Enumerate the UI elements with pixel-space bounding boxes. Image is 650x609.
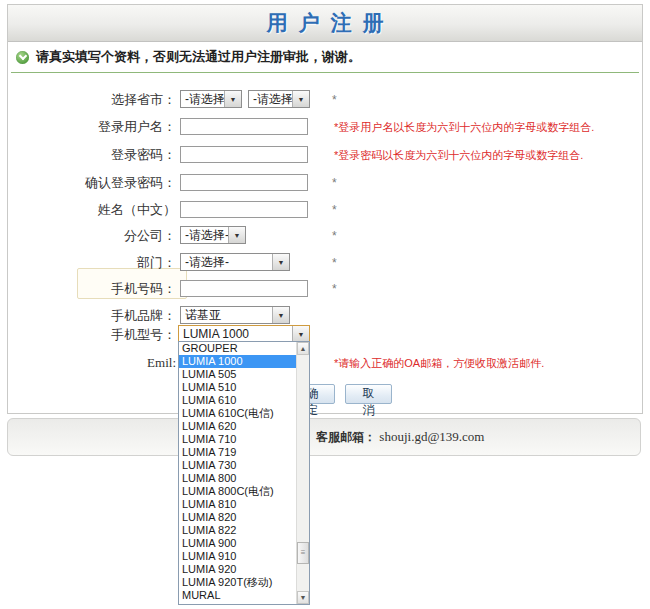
scroll-up-icon[interactable]: ▲ <box>297 342 309 355</box>
province-select[interactable]: -请选择- ▼ <box>180 90 242 108</box>
department-select[interactable]: -请选择- ▼ <box>180 253 290 271</box>
dropdown-option[interactable]: LUMIA 730 <box>179 459 296 472</box>
username-input[interactable] <box>180 118 308 135</box>
province-label: 选择省市： <box>8 90 176 110</box>
fullname-label: 姓名（中文） <box>8 200 176 220</box>
footer-bar: 客服邮箱： shouji.gd@139.com <box>7 418 641 456</box>
scrollbar-thumb[interactable]: ≡ <box>297 542 309 564</box>
dropdown-option[interactable]: LUMIA 822 <box>179 524 296 537</box>
model-dropdown-list: GROUPERLUMIA 1000LUMIA 505LUMIA 510LUMIA… <box>179 342 296 604</box>
dropdown-option[interactable]: LUMIA 920T(移动) <box>179 576 296 589</box>
chevron-down-icon: ▼ <box>292 91 309 107</box>
dropdown-option[interactable]: LUMIA 610C(电信) <box>179 407 296 420</box>
mobile-label: 手机号码： <box>8 279 176 299</box>
green-arrow-icon <box>16 51 29 64</box>
dropdown-option[interactable]: LUMIA 810 <box>179 498 296 511</box>
username-note: *登录用户名以长度为六到十六位内的字母或数字组合. <box>334 117 594 137</box>
province-select-value: -请选择- <box>181 91 224 107</box>
branch-select[interactable]: -请选择- ▼ <box>180 226 246 244</box>
dropdown-option[interactable]: MURAL <box>179 589 296 602</box>
chevron-down-icon: ▼ <box>292 326 309 342</box>
dropdown-option[interactable]: LUMIA 920 <box>179 563 296 576</box>
dropdown-option[interactable]: LUMIA 719 <box>179 446 296 459</box>
dropdown-option[interactable]: LUMIA 1000 <box>179 355 296 368</box>
dropdown-scrollbar[interactable]: ▲ ≡ ▼ <box>296 342 309 604</box>
form-row-username: 登录用户名： *登录用户名以长度为六到十六位内的字母或数字组合. <box>8 117 642 137</box>
chevron-down-icon: ▼ <box>224 91 241 107</box>
dropdown-option[interactable]: LUMIA 800 <box>179 472 296 485</box>
page-title: 用户注册 <box>256 5 395 41</box>
dropdown-option[interactable]: LUMIA 900 <box>179 537 296 550</box>
notice-text: 请真实填写个资料，否则无法通过用户注册审批，谢谢。 <box>36 48 361 66</box>
email-label: Emil: <box>8 353 176 373</box>
email-note: *请输入正确的OA邮箱，方便收取激活邮件. <box>334 353 544 373</box>
scroll-down-icon[interactable]: ▼ <box>297 591 309 604</box>
form-row-email: Emil: *请输入正确的OA邮箱，方便收取激活邮件. <box>8 353 642 373</box>
brand-label: 手机品牌： <box>8 306 176 326</box>
form-row-province: 选择省市： -请选择- ▼ -请选择- ▼ * <box>8 90 642 110</box>
branch-select-value: -请选择- <box>181 227 228 243</box>
form-row-department: 部门： -请选择- ▼ * <box>8 253 642 273</box>
page-header: 用户注册 <box>8 5 642 42</box>
dropdown-option[interactable]: LUMIA 505 <box>179 368 296 381</box>
required-mark: * <box>332 253 337 273</box>
form-row-model: 手机型号： LUMIA 1000 ▼ <box>8 325 642 345</box>
chevron-down-icon: ▼ <box>228 227 245 243</box>
support-email-value: shouji.gd@139.com <box>379 429 484 444</box>
department-select-value: -请选择- <box>181 254 272 270</box>
dropdown-option[interactable]: LUMIA 820 <box>179 511 296 524</box>
chevron-down-icon: ▼ <box>272 254 289 270</box>
dropdown-option[interactable]: LUMIA 510 <box>179 381 296 394</box>
dropdown-option[interactable]: LUMIA 610 <box>179 394 296 407</box>
required-mark: * <box>332 279 337 299</box>
dropdown-option[interactable]: LUMIA 910 <box>179 550 296 563</box>
dropdown-option[interactable]: LUMIA 620 <box>179 420 296 433</box>
branch-label: 分公司： <box>8 226 176 246</box>
form-row-mobile: 手机号码： * <box>8 279 642 299</box>
city-select-value: -请选择- <box>249 91 292 107</box>
form-row-brand: 手机品牌： 诺基亚 ▼ <box>8 306 642 326</box>
model-select-value: LUMIA 1000 <box>179 326 292 342</box>
form-container: 用户注册 请真实填写个资料，否则无法通过用户注册审批，谢谢。 选择省市： -请选… <box>7 4 643 414</box>
dropdown-option[interactable]: LUMIA 800C(电信) <box>179 485 296 498</box>
required-mark: * <box>332 200 337 220</box>
form-row-branch: 分公司： -请选择- ▼ * <box>8 226 642 246</box>
password-note: *登录密码以长度为六到十六位内的字母或数字组合. <box>334 145 583 165</box>
brand-select-value: 诺基亚 <box>181 307 272 323</box>
city-select[interactable]: -请选择- ▼ <box>248 90 310 108</box>
confirm-password-input[interactable] <box>180 174 308 191</box>
required-mark: * <box>332 226 337 246</box>
model-label: 手机型号： <box>8 325 176 345</box>
dropdown-option[interactable]: LUMIA 710 <box>179 433 296 446</box>
username-label: 登录用户名： <box>8 117 176 137</box>
form-row-confirm-password: 确认登录密码： * <box>8 173 642 193</box>
registration-page: 用户注册 请真实填写个资料，否则无法通过用户注册审批，谢谢。 选择省市： -请选… <box>0 0 650 609</box>
notice-bar: 请真实填写个资料，否则无法通过用户注册审批，谢谢。 <box>8 44 642 70</box>
cancel-button[interactable]: 取 消 <box>345 384 392 404</box>
required-mark: * <box>332 173 337 193</box>
password-input[interactable] <box>180 146 308 163</box>
dropdown-option[interactable]: GROUPER <box>179 342 296 355</box>
model-dropdown: GROUPERLUMIA 1000LUMIA 505LUMIA 510LUMIA… <box>178 341 310 605</box>
brand-select[interactable]: 诺基亚 ▼ <box>180 306 290 324</box>
department-label: 部门： <box>8 253 176 273</box>
confirm-password-label: 确认登录密码： <box>8 173 176 193</box>
footer-text: 客服邮箱： shouji.gd@139.com <box>316 419 484 455</box>
divider <box>11 72 639 73</box>
form-row-password: 登录密码： *登录密码以长度为六到十六位内的字母或数字组合. <box>8 145 642 165</box>
password-label: 登录密码： <box>8 145 176 165</box>
fullname-input[interactable] <box>180 201 308 218</box>
mobile-input[interactable] <box>180 280 308 297</box>
support-email-label: 客服邮箱： <box>316 430 376 444</box>
chevron-down-icon: ▼ <box>272 307 289 323</box>
form-row-fullname: 姓名（中文） * <box>8 200 642 220</box>
required-mark: * <box>332 90 337 110</box>
